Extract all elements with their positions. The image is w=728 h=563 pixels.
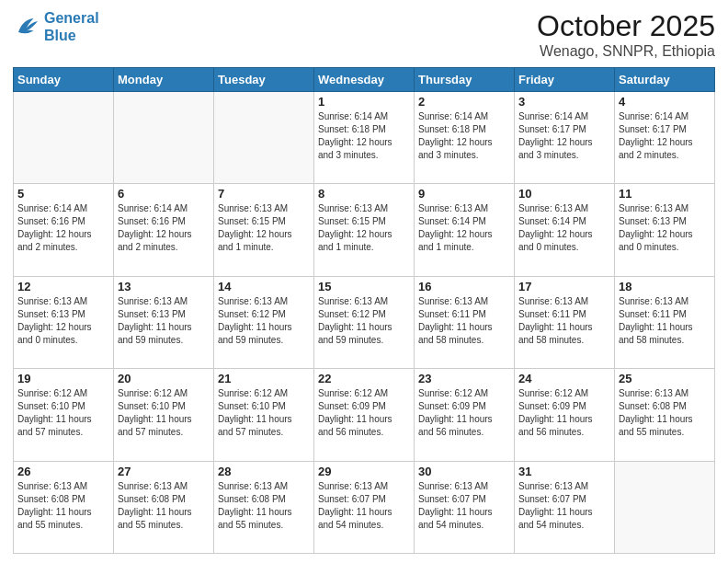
day-info: Sunrise: 6:13 AMSunset: 6:15 PMDaylight:… xyxy=(218,202,310,254)
day-number: 12 xyxy=(17,280,109,293)
page: General Blue October 2025 Wenago, SNNPR,… xyxy=(0,0,728,563)
table-row: 30Sunrise: 6:13 AMSunset: 6:07 PMDayligh… xyxy=(415,461,515,553)
title-block: October 2025 Wenago, SNNPR, Ethiopia xyxy=(537,9,715,60)
day-info: Sunrise: 6:13 AMSunset: 6:13 PMDaylight:… xyxy=(619,202,711,254)
day-number: 5 xyxy=(17,187,109,201)
day-number: 30 xyxy=(418,465,510,478)
day-info: Sunrise: 6:13 AMSunset: 6:07 PMDaylight:… xyxy=(518,480,610,532)
table-row xyxy=(214,92,314,184)
table-row: 27Sunrise: 6:13 AMSunset: 6:08 PMDayligh… xyxy=(114,461,214,553)
day-number: 16 xyxy=(418,280,510,293)
logo-text: General Blue xyxy=(44,9,99,44)
table-row: 13Sunrise: 6:13 AMSunset: 6:13 PMDayligh… xyxy=(114,276,214,368)
col-friday: Friday xyxy=(515,68,615,92)
day-info: Sunrise: 6:13 AMSunset: 6:11 PMDaylight:… xyxy=(619,295,711,347)
day-info: Sunrise: 6:12 AMSunset: 6:10 PMDaylight:… xyxy=(218,387,310,439)
logo-bird-icon xyxy=(13,13,40,40)
table-row: 23Sunrise: 6:12 AMSunset: 6:09 PMDayligh… xyxy=(415,369,515,461)
calendar-week-row: 5Sunrise: 6:14 AMSunset: 6:16 PMDaylight… xyxy=(14,184,715,276)
calendar-body: 1Sunrise: 6:14 AMSunset: 6:18 PMDaylight… xyxy=(14,92,715,554)
calendar-week-row: 26Sunrise: 6:13 AMSunset: 6:08 PMDayligh… xyxy=(14,461,715,553)
table-row: 5Sunrise: 6:14 AMSunset: 6:16 PMDaylight… xyxy=(14,184,114,276)
table-row: 18Sunrise: 6:13 AMSunset: 6:11 PMDayligh… xyxy=(615,276,715,368)
header: General Blue October 2025 Wenago, SNNPR,… xyxy=(13,9,715,60)
day-info: Sunrise: 6:14 AMSunset: 6:17 PMDaylight:… xyxy=(619,110,711,162)
table-row: 21Sunrise: 6:12 AMSunset: 6:10 PMDayligh… xyxy=(214,369,314,461)
col-thursday: Thursday xyxy=(415,68,515,92)
day-info: Sunrise: 6:14 AMSunset: 6:17 PMDaylight:… xyxy=(518,110,610,162)
table-row: 24Sunrise: 6:12 AMSunset: 6:09 PMDayligh… xyxy=(515,369,615,461)
table-row: 20Sunrise: 6:12 AMSunset: 6:10 PMDayligh… xyxy=(114,369,214,461)
day-number: 31 xyxy=(518,465,610,478)
day-info: Sunrise: 6:12 AMSunset: 6:09 PMDaylight:… xyxy=(318,387,410,439)
day-info: Sunrise: 6:13 AMSunset: 6:08 PMDaylight:… xyxy=(218,480,310,532)
table-row: 15Sunrise: 6:13 AMSunset: 6:12 PMDayligh… xyxy=(314,276,415,368)
day-number: 1 xyxy=(318,95,410,109)
day-number: 14 xyxy=(218,280,310,293)
table-row: 8Sunrise: 6:13 AMSunset: 6:15 PMDaylight… xyxy=(314,184,415,276)
day-info: Sunrise: 6:13 AMSunset: 6:13 PMDaylight:… xyxy=(118,295,210,347)
day-number: 23 xyxy=(418,372,510,385)
calendar-title: October 2025 xyxy=(537,9,715,43)
table-row: 2Sunrise: 6:14 AMSunset: 6:18 PMDaylight… xyxy=(415,92,515,184)
day-number: 9 xyxy=(418,187,510,201)
day-info: Sunrise: 6:13 AMSunset: 6:14 PMDaylight:… xyxy=(518,202,610,254)
day-info: Sunrise: 6:13 AMSunset: 6:15 PMDaylight:… xyxy=(318,202,410,254)
day-number: 15 xyxy=(318,280,410,293)
day-info: Sunrise: 6:13 AMSunset: 6:07 PMDaylight:… xyxy=(318,480,410,532)
day-number: 11 xyxy=(619,187,711,201)
col-wednesday: Wednesday xyxy=(314,68,415,92)
calendar-table: Sunday Monday Tuesday Wednesday Thursday… xyxy=(13,67,715,554)
day-number: 29 xyxy=(318,465,410,478)
day-info: Sunrise: 6:13 AMSunset: 6:08 PMDaylight:… xyxy=(17,480,109,532)
logo-line2: Blue xyxy=(44,28,76,43)
table-row: 1Sunrise: 6:14 AMSunset: 6:18 PMDaylight… xyxy=(314,92,415,184)
day-number: 19 xyxy=(17,372,109,385)
table-row: 22Sunrise: 6:12 AMSunset: 6:09 PMDayligh… xyxy=(314,369,415,461)
day-info: Sunrise: 6:12 AMSunset: 6:10 PMDaylight:… xyxy=(118,387,210,439)
day-number: 24 xyxy=(518,372,610,385)
day-info: Sunrise: 6:12 AMSunset: 6:09 PMDaylight:… xyxy=(418,387,510,439)
calendar-week-row: 19Sunrise: 6:12 AMSunset: 6:10 PMDayligh… xyxy=(14,369,715,461)
day-info: Sunrise: 6:13 AMSunset: 6:11 PMDaylight:… xyxy=(518,295,610,347)
calendar-header-row: Sunday Monday Tuesday Wednesday Thursday… xyxy=(14,68,715,92)
calendar-week-row: 12Sunrise: 6:13 AMSunset: 6:13 PMDayligh… xyxy=(14,276,715,368)
day-info: Sunrise: 6:13 AMSunset: 6:13 PMDaylight:… xyxy=(17,295,109,347)
day-info: Sunrise: 6:12 AMSunset: 6:09 PMDaylight:… xyxy=(518,387,610,439)
calendar-subtitle: Wenago, SNNPR, Ethiopia xyxy=(537,43,715,60)
day-info: Sunrise: 6:13 AMSunset: 6:12 PMDaylight:… xyxy=(218,295,310,347)
table-row: 16Sunrise: 6:13 AMSunset: 6:11 PMDayligh… xyxy=(415,276,515,368)
day-number: 8 xyxy=(318,187,410,201)
day-number: 13 xyxy=(118,280,210,293)
day-number: 25 xyxy=(619,372,711,385)
table-row: 19Sunrise: 6:12 AMSunset: 6:10 PMDayligh… xyxy=(14,369,114,461)
table-row xyxy=(14,92,114,184)
day-info: Sunrise: 6:13 AMSunset: 6:07 PMDaylight:… xyxy=(418,480,510,532)
table-row: 10Sunrise: 6:13 AMSunset: 6:14 PMDayligh… xyxy=(515,184,615,276)
day-number: 2 xyxy=(418,95,510,109)
day-info: Sunrise: 6:14 AMSunset: 6:18 PMDaylight:… xyxy=(418,110,510,162)
table-row: 31Sunrise: 6:13 AMSunset: 6:07 PMDayligh… xyxy=(515,461,615,553)
table-row: 7Sunrise: 6:13 AMSunset: 6:15 PMDaylight… xyxy=(214,184,314,276)
day-info: Sunrise: 6:13 AMSunset: 6:08 PMDaylight:… xyxy=(619,387,711,439)
day-info: Sunrise: 6:12 AMSunset: 6:10 PMDaylight:… xyxy=(17,387,109,439)
day-number: 6 xyxy=(118,187,210,201)
col-monday: Monday xyxy=(114,68,214,92)
day-number: 20 xyxy=(118,372,210,385)
table-row xyxy=(114,92,214,184)
table-row: 3Sunrise: 6:14 AMSunset: 6:17 PMDaylight… xyxy=(515,92,615,184)
day-number: 26 xyxy=(17,465,109,478)
col-tuesday: Tuesday xyxy=(214,68,314,92)
day-info: Sunrise: 6:14 AMSunset: 6:18 PMDaylight:… xyxy=(318,110,410,162)
table-row xyxy=(615,461,715,553)
table-row: 6Sunrise: 6:14 AMSunset: 6:16 PMDaylight… xyxy=(114,184,214,276)
day-info: Sunrise: 6:13 AMSunset: 6:14 PMDaylight:… xyxy=(418,202,510,254)
table-row: 28Sunrise: 6:13 AMSunset: 6:08 PMDayligh… xyxy=(214,461,314,553)
logo-line1: General xyxy=(44,10,99,26)
day-info: Sunrise: 6:13 AMSunset: 6:12 PMDaylight:… xyxy=(318,295,410,347)
table-row: 17Sunrise: 6:13 AMSunset: 6:11 PMDayligh… xyxy=(515,276,615,368)
day-number: 18 xyxy=(619,280,711,293)
day-info: Sunrise: 6:14 AMSunset: 6:16 PMDaylight:… xyxy=(118,202,210,254)
day-info: Sunrise: 6:13 AMSunset: 6:11 PMDaylight:… xyxy=(418,295,510,347)
day-number: 21 xyxy=(218,372,310,385)
